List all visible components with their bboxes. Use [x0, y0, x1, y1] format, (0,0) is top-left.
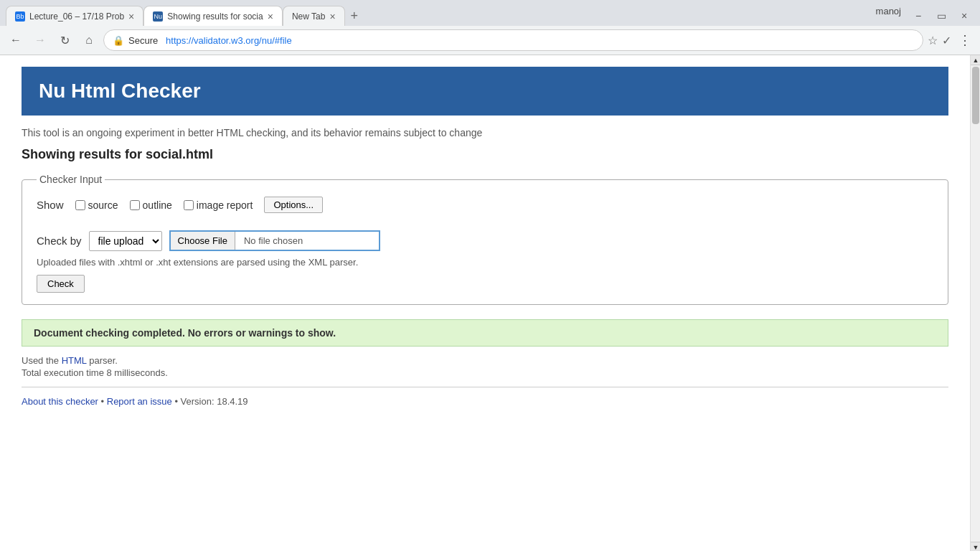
- fieldset-legend: Checker Input: [37, 174, 105, 185]
- footer-sep-2: •: [174, 396, 180, 407]
- new-tab-button[interactable]: +: [345, 6, 364, 26]
- checker-header: Nu Html Checker: [22, 67, 948, 116]
- show-option-outline[interactable]: outline: [130, 199, 172, 211]
- show-option-source[interactable]: source: [75, 199, 118, 211]
- success-box: Document checking completed. No errors o…: [22, 319, 948, 347]
- scrollbar-up-arrow[interactable]: ▲: [971, 55, 980, 65]
- used-prefix: Used the: [22, 355, 62, 366]
- tab-close-2[interactable]: ×: [268, 11, 273, 22]
- url-display: https://validator.w3.org/nu/#file: [166, 35, 292, 46]
- subtitle-text: This tool is an ongoing experiment in be…: [22, 127, 948, 138]
- show-label: Show: [37, 199, 64, 211]
- chrome-check-button[interactable]: ✓: [942, 34, 951, 47]
- outline-checkbox[interactable]: [130, 200, 140, 210]
- forward-button[interactable]: →: [30, 30, 50, 50]
- results-title: Showing results for social.html: [22, 147, 948, 162]
- bookmark-button[interactable]: ☆: [928, 34, 938, 47]
- lock-icon: 🔒: [113, 35, 124, 46]
- minimize-button[interactable]: −: [908, 6, 928, 26]
- tab-title-2: Showing results for socia: [167, 11, 263, 22]
- outline-label: outline: [143, 199, 172, 211]
- image-report-checkbox[interactable]: [184, 200, 194, 210]
- window-controls: manoj − ▭ ×: [872, 6, 974, 26]
- browser-chrome: Bb Lecture_06 – 17/18 Prob × Nu Showing …: [0, 0, 980, 55]
- footer-links: About this checker • Report an issue • V…: [22, 396, 948, 407]
- user-name: manoj: [872, 6, 905, 26]
- check-by-select[interactable]: file upload: [89, 231, 162, 251]
- address-text: Secure https://validator.w3.org/nu/#file: [128, 35, 914, 46]
- scrollbar-thumb[interactable]: [972, 67, 979, 124]
- check-by-row: Check by file upload Choose File No file…: [37, 230, 933, 251]
- image-report-label: image report: [197, 199, 253, 211]
- tab-newtab[interactable]: New Tab ×: [283, 6, 345, 26]
- back-button[interactable]: ←: [6, 30, 26, 50]
- version-text: Version: 18.4.19: [181, 396, 248, 407]
- scrollbar-track[interactable]: ▲ ▼: [970, 55, 980, 551]
- tab-title-3: New Tab: [292, 11, 325, 22]
- report-issue-link[interactable]: Report an issue: [107, 396, 172, 407]
- menu-button[interactable]: ⋮: [956, 32, 974, 48]
- tab-favicon-1: Bb: [15, 11, 25, 22]
- page-content: Nu Html Checker This tool is an ongoing …: [0, 55, 970, 551]
- show-options-row: Show source outline image report Options…: [37, 197, 933, 213]
- address-bar[interactable]: 🔒 Secure https://validator.w3.org/nu/#fi…: [103, 29, 923, 51]
- tab-title-1: Lecture_06 – 17/18 Prob: [29, 11, 124, 22]
- secure-label: Secure: [128, 35, 158, 46]
- used-suffix: parser.: [87, 355, 118, 366]
- file-name-display: No file chosen: [235, 232, 379, 250]
- checker-input-fieldset: Checker Input Show source outline image …: [22, 174, 948, 305]
- close-button[interactable]: ×: [954, 6, 974, 26]
- tab-bar: Bb Lecture_06 – 17/18 Prob × Nu Showing …: [0, 0, 980, 26]
- home-button[interactable]: ⌂: [79, 30, 99, 50]
- checker-title: Nu Html Checker: [39, 80, 931, 103]
- reload-button[interactable]: ↻: [55, 30, 75, 50]
- choose-file-button[interactable]: Choose File: [171, 232, 235, 250]
- about-checker-link[interactable]: About this checker: [22, 396, 98, 407]
- check-submit-button[interactable]: Check: [37, 275, 85, 293]
- html-link[interactable]: HTML: [62, 355, 87, 366]
- tab-close-1[interactable]: ×: [128, 11, 134, 22]
- address-bar-row: ← → ↻ ⌂ 🔒 Secure https://validator.w3.or…: [0, 26, 980, 55]
- tab-close-3[interactable]: ×: [329, 11, 335, 22]
- page-wrapper: Nu Html Checker This tool is an ongoing …: [0, 55, 980, 551]
- used-parser-text: Used the HTML parser.: [22, 355, 948, 366]
- source-checkbox[interactable]: [75, 200, 85, 210]
- footer-sep-1: •: [101, 396, 107, 407]
- footer-divider: [22, 387, 948, 387]
- scrollbar-down-arrow[interactable]: ▼: [971, 542, 980, 551]
- tab-validator[interactable]: Nu Showing results for socia ×: [143, 6, 283, 26]
- tab-lecture[interactable]: Bb Lecture_06 – 17/18 Prob ×: [6, 6, 143, 26]
- options-button[interactable]: Options...: [264, 197, 323, 213]
- tab-favicon-2: Nu: [153, 11, 163, 22]
- maximize-button[interactable]: ▭: [931, 6, 951, 26]
- source-label: source: [88, 199, 118, 211]
- success-message: Document checking completed. No errors o…: [34, 327, 336, 339]
- xml-note: Uploaded files with .xhtml or .xht exten…: [37, 257, 933, 268]
- file-input-wrapper: Choose File No file chosen: [169, 230, 380, 251]
- check-by-label: Check by: [37, 235, 82, 247]
- show-option-image-report[interactable]: image report: [184, 199, 253, 211]
- exec-time: Total execution time 8 milliseconds.: [22, 367, 948, 378]
